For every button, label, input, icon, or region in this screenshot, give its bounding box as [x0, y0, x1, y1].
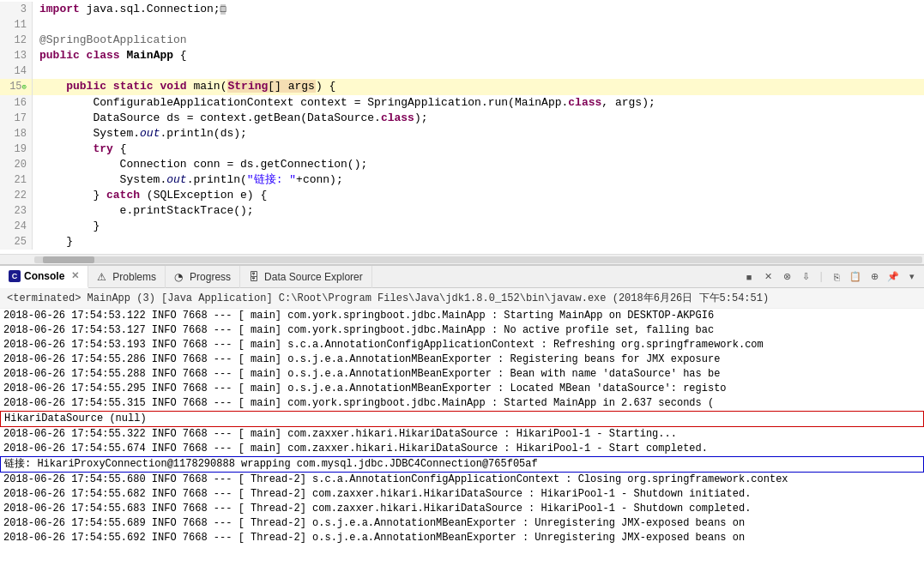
code-line: 12 @SpringBootApplication: [0, 33, 924, 48]
console-highlighted-blue-line: 链接: HikariProxyConnection@1178290888 wra…: [0, 456, 924, 473]
connection-text: 链接: HikariProxyConnection@1178290888 wra…: [4, 457, 538, 472]
paste-btn[interactable]: 📋: [847, 268, 864, 286]
console-log-line: 2018-06-26 17:54:55.295 INFO 7668 --- [ …: [0, 382, 924, 396]
code-line: 14: [0, 63, 924, 79]
console-output[interactable]: 2018-06-26 17:54:53.122 INFO 7668 --- [ …: [0, 309, 924, 572]
code-line: 3 import java.sql.Connection;□: [0, 2, 924, 17]
code-editor: 3 import java.sql.Connection;□ 11 12 @Sp…: [0, 0, 924, 266]
console-log-line: 2018-06-26 17:54:53.122 INFO 7668 --- [ …: [0, 309, 924, 323]
console-tab-close[interactable]: ✕: [71, 270, 79, 281]
code-line: 22 } catch (SQLException e) {: [0, 188, 924, 203]
console-log-line: 2018-06-26 17:54:55.286 INFO 7668 --- [ …: [0, 352, 924, 367]
console-highlighted-red-line: HikariDataSource (null): [0, 411, 924, 427]
console-section: C Console ✕ ⚠ Problems ◔ Progress 🗄 Data…: [0, 266, 924, 572]
problems-icon: ⚠: [97, 271, 109, 283]
code-line: 21 System.out.println("链接: "+conn);: [0, 172, 924, 188]
console-tab-bar: C Console ✕ ⚠ Problems ◔ Progress 🗄 Data…: [0, 266, 924, 288]
console-log-line: 2018-06-26 17:54:53.127 INFO 7668 --- [ …: [0, 323, 924, 338]
console-log-line: 2018-06-26 17:54:55.680 INFO 7668 --- [ …: [0, 473, 924, 487]
console-log-line: 2018-06-26 17:54:55.682 INFO 7668 --- [ …: [0, 487, 924, 502]
code-line: 24 }: [0, 219, 924, 234]
scroll-lock-btn[interactable]: ⇩: [797, 268, 814, 286]
console-log-line: 2018-06-26 17:54:53.193 INFO 7668 --- [ …: [0, 338, 924, 352]
code-line: 13 public class MainApp {: [0, 48, 924, 63]
console-log-line: 2018-06-26 17:54:55.674 INFO 7668 --- [ …: [0, 442, 924, 456]
horizontal-scrollbar[interactable]: [0, 254, 924, 264]
clear-btn[interactable]: ⊗: [778, 268, 795, 286]
close-console-btn[interactable]: ✕: [759, 268, 776, 286]
code-line: 20 Connection conn = ds.getConnection();: [0, 157, 924, 172]
console-log-line: 2018-06-26 17:54:55.683 INFO 7668 --- [ …: [0, 502, 924, 516]
stop-btn[interactable]: ■: [740, 268, 758, 286]
code-lines: 3 import java.sql.Connection;□ 11 12 @Sp…: [0, 0, 924, 250]
tab-progress-label: Progress: [190, 271, 231, 283]
hikari-null-text: HikariDataSource (null): [4, 412, 147, 426]
tab-console-label: Console: [24, 270, 64, 282]
code-line: 16 ConfigurableApplicationContext contex…: [0, 95, 924, 111]
tab-problems-label: Problems: [112, 271, 156, 283]
code-line: 25 }: [0, 234, 924, 250]
terminated-text: <terminated> MainApp (3) [Java Applicati…: [7, 292, 769, 304]
code-line: 17 DataSource ds = context.getBean(DataS…: [0, 111, 924, 126]
tab-problems[interactable]: ⚠ Problems: [88, 266, 166, 288]
code-line: 11: [0, 17, 924, 33]
console-log-line: 2018-06-26 17:54:55.322 INFO 7668 --- [ …: [0, 427, 924, 442]
console-log-line: 2018-06-26 17:54:55.288 INFO 7668 --- [ …: [0, 367, 924, 382]
copy-btn[interactable]: ⎘: [828, 268, 845, 286]
pin-btn[interactable]: 📌: [885, 268, 902, 286]
console-log-line: 2018-06-26 17:54:55.692 INFO 7668 --- [ …: [0, 531, 924, 545]
console-header: <terminated> MainApp (3) [Java Applicati…: [0, 288, 924, 309]
code-line: 23 e.printStackTrace();: [0, 203, 924, 219]
console-log-line: 2018-06-26 17:54:55.689 INFO 7668 --- [ …: [0, 516, 924, 531]
code-line: 18 System.out.println(ds);: [0, 126, 924, 141]
console-toolbar: ■ ✕ ⊗ ⇩ | ⎘ 📋 ⊕ 📌 ▾: [740, 268, 924, 286]
datasource-icon: 🗄: [249, 271, 261, 283]
progress-icon: ◔: [174, 271, 186, 283]
tab-progress[interactable]: ◔ Progress: [166, 266, 240, 288]
console-icon: C: [9, 270, 21, 282]
new-console-btn[interactable]: ⊕: [866, 268, 883, 286]
tab-console[interactable]: C Console ✕: [0, 266, 88, 288]
view-menu-btn[interactable]: ▾: [903, 268, 921, 286]
tab-datasource[interactable]: 🗄 Data Source Explorer: [240, 266, 372, 288]
code-line: 19 try {: [0, 141, 924, 157]
console-log-line: 2018-06-26 17:54:55.315 INFO 7668 --- [ …: [0, 396, 924, 411]
tab-datasource-label: Data Source Explorer: [264, 271, 363, 283]
code-line-15: 15⊙ public static void main(String[] arg…: [0, 79, 924, 95]
